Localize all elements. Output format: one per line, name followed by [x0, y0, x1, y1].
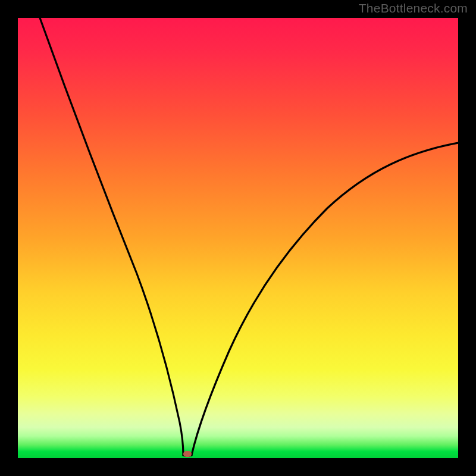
plot-area — [18, 18, 458, 458]
optimal-marker — [183, 451, 192, 457]
chart-frame: TheBottleneck.com — [0, 0, 476, 476]
bottleneck-curve-left — [40, 18, 183, 455]
bottleneck-curve-right — [192, 143, 458, 455]
curve-svg — [18, 18, 458, 458]
watermark-text: TheBottleneck.com — [359, 1, 468, 15]
